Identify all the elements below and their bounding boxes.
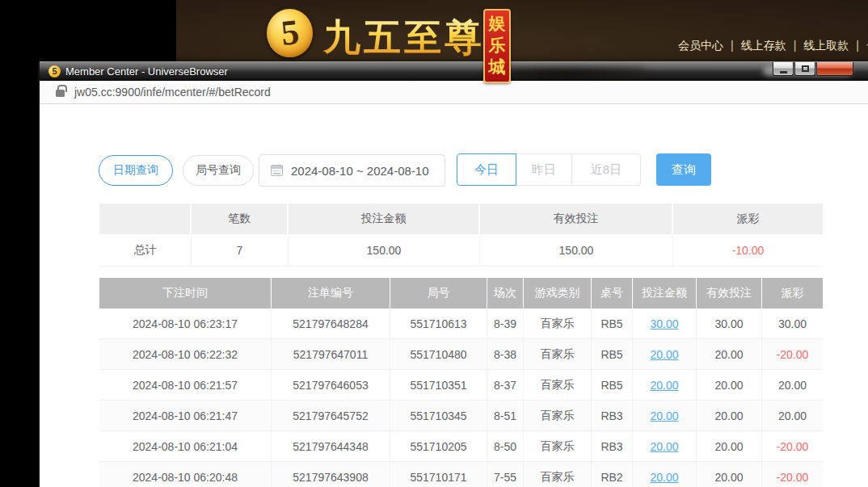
bet-cell: -20.00 bbox=[762, 462, 823, 487]
bet-cell: 20.00 bbox=[762, 370, 823, 400]
date-query-tab[interactable]: 日期查询 bbox=[99, 155, 173, 186]
date-range-input[interactable]: 2024-08-10 ~ 2024-08-10 bbox=[259, 154, 445, 187]
bet-header-cell: 桌号 bbox=[592, 278, 633, 309]
window-app-icon: 5 bbox=[48, 65, 61, 78]
nav-withdraw[interactable]: 线上取款 bbox=[803, 39, 849, 52]
table-row: 2024-08-10 06:23:17521797648284551710613… bbox=[99, 309, 823, 339]
window-titlebar[interactable]: 5 Member Center - UniverseBrowser bbox=[40, 61, 868, 81]
table-row: 2024-08-10 06:21:47521797645752551710345… bbox=[99, 401, 823, 431]
bet-cell: 521797647011 bbox=[272, 339, 390, 369]
bet-header-cell: 游戏类别 bbox=[524, 278, 592, 309]
maximize-button[interactable] bbox=[794, 62, 815, 76]
date-range-value: 2024-08-10 ~ 2024-08-10 bbox=[291, 164, 429, 178]
summary-header-cell: 投注金额 bbox=[289, 204, 480, 234]
summary-header-row: 笔数投注金额有效投注派彩 bbox=[99, 204, 823, 234]
minimize-button[interactable] bbox=[773, 62, 794, 76]
quick-yesterday-button[interactable]: 昨日 bbox=[516, 153, 572, 186]
screenshot-canvas: 5 九五至尊 会员中心|线上存款|线上取款|一 娱 乐 城 5 Member C… bbox=[0, 0, 868, 487]
table-row: 2024-08-10 06:20:48521797643908551710171… bbox=[99, 462, 823, 487]
bet-amount-link[interactable]: 20.00 bbox=[633, 431, 697, 461]
summary-header-cell: 派彩 bbox=[673, 204, 823, 234]
bet-cell: 百家乐 bbox=[524, 431, 592, 461]
bet-cell: 百家乐 bbox=[524, 370, 592, 400]
bet-header-cell: 下注时间 bbox=[99, 278, 272, 309]
bet-cell: 521797645752 bbox=[272, 401, 390, 430]
url-text: jw05.cc:9900/infe/mcenter/#/betRecord bbox=[74, 86, 271, 99]
nav-member-center[interactable]: 会员中心 bbox=[678, 39, 723, 52]
bet-cell: 8-39 bbox=[487, 309, 524, 338]
site-banner: 5 九五至尊 会员中心|线上存款|线上取款|一 bbox=[0, 0, 868, 61]
address-bar[interactable]: jw05.cc:9900/infe/mcenter/#/betRecord bbox=[40, 81, 868, 104]
bet-cell: 8-37 bbox=[487, 370, 524, 400]
badge-char: 城 bbox=[489, 56, 506, 78]
bet-amount-link[interactable]: 20.00 bbox=[633, 462, 697, 487]
bet-cell: 2024-08-10 06:21:57 bbox=[99, 370, 272, 400]
bet-header-cell: 场次 bbox=[487, 278, 524, 309]
bet-cell: 20.00 bbox=[697, 462, 762, 487]
page-content: 日期查询 局号查询 2024-08-10 ~ 2024-08-10 今日 昨日 … bbox=[40, 104, 868, 487]
close-button[interactable] bbox=[816, 62, 853, 76]
casino-badge: 娱 乐 城 bbox=[483, 9, 511, 83]
bet-cell: -20.00 bbox=[762, 431, 823, 461]
bet-header-cell: 有效投注 bbox=[697, 278, 762, 309]
summary-header-cell: 有效投注 bbox=[480, 204, 673, 234]
bet-header-cell: 派彩 bbox=[762, 278, 823, 309]
bet-header-cell: 注单编号 bbox=[272, 278, 390, 309]
search-button[interactable]: 查询 bbox=[656, 153, 711, 186]
bet-cell: 20.00 bbox=[697, 401, 762, 430]
bet-cell: RB5 bbox=[592, 370, 633, 400]
bet-amount-link[interactable]: 20.00 bbox=[633, 401, 697, 430]
bet-cell: RB5 bbox=[592, 339, 633, 369]
table-row: 2024-08-10 06:22:32521797647011551710480… bbox=[99, 339, 823, 370]
top-nav: 会员中心|线上存款|线上取款|一 bbox=[678, 39, 868, 53]
nav-separator: | bbox=[731, 39, 734, 52]
summary-total-cell: 150.00 bbox=[289, 234, 480, 266]
bet-cell: 百家乐 bbox=[524, 339, 592, 369]
badge-char: 娱 bbox=[489, 12, 506, 34]
bet-cell: RB3 bbox=[592, 401, 633, 430]
bet-amount-link[interactable]: 30.00 bbox=[633, 309, 697, 338]
bet-cell: 521797646053 bbox=[272, 370, 390, 400]
quick-today-button[interactable]: 今日 bbox=[457, 153, 516, 186]
summary-total-cell: 总计 bbox=[99, 234, 192, 266]
summary-header-cell: 笔数 bbox=[192, 204, 289, 234]
bet-cell: RB2 bbox=[592, 462, 633, 487]
minimize-icon bbox=[780, 71, 787, 73]
table-row: 2024-08-10 06:21:04521797644348551710205… bbox=[99, 431, 823, 462]
bet-cell: 2024-08-10 06:20:48 bbox=[99, 462, 272, 487]
bet-cell: 521797644348 bbox=[272, 431, 390, 461]
summary-total-cell: 7 bbox=[192, 234, 289, 266]
bet-cell: 521797643908 bbox=[272, 462, 390, 487]
window-title: Member Center - UniverseBrowser bbox=[65, 65, 228, 78]
bet-cell: 8-51 bbox=[487, 401, 524, 430]
bet-cell: 8-38 bbox=[487, 339, 524, 369]
bet-cell: 2024-08-10 06:22:32 bbox=[99, 339, 272, 369]
bet-header-cell: 局号 bbox=[390, 278, 487, 309]
nav-deposit[interactable]: 线上存款 bbox=[741, 39, 786, 52]
bet-amount-link[interactable]: 20.00 bbox=[633, 339, 697, 369]
bet-cell: 2024-08-10 06:23:17 bbox=[99, 309, 272, 338]
bet-cell: 30.00 bbox=[697, 309, 762, 338]
bet-cell: 551710613 bbox=[390, 309, 487, 338]
bet-cell: 百家乐 bbox=[524, 401, 592, 430]
round-query-tab[interactable]: 局号查询 bbox=[183, 155, 254, 186]
bet-record-table: 下注时间注单编号局号场次游戏类别桌号投注金额有效投注派彩 2024-08-10 … bbox=[99, 278, 823, 487]
bet-rows: 2024-08-10 06:23:17521797648284551710613… bbox=[99, 309, 823, 487]
bet-cell: 521797648284 bbox=[272, 309, 390, 338]
bet-cell: 551710345 bbox=[390, 401, 487, 430]
bet-cell: 8-50 bbox=[487, 431, 524, 461]
quick-last8days-button[interactable]: 近8日 bbox=[571, 153, 641, 186]
coin-logo-icon: 5 bbox=[267, 9, 313, 57]
bet-cell: 20.00 bbox=[762, 401, 823, 430]
bet-cell: 30.00 bbox=[762, 309, 823, 338]
brand-title: 九五至尊 bbox=[323, 13, 485, 63]
badge-char: 乐 bbox=[489, 34, 506, 56]
bet-cell: RB3 bbox=[592, 431, 633, 461]
bet-cell: 百家乐 bbox=[524, 309, 592, 338]
quick-range-group: 今日 昨日 近8日 bbox=[457, 153, 641, 186]
bet-amount-link[interactable]: 20.00 bbox=[633, 370, 697, 400]
nav-separator: | bbox=[856, 39, 859, 52]
bet-cell: 20.00 bbox=[697, 431, 762, 461]
bet-cell: RB5 bbox=[592, 309, 633, 338]
bet-cell: 2024-08-10 06:21:04 bbox=[99, 431, 272, 461]
